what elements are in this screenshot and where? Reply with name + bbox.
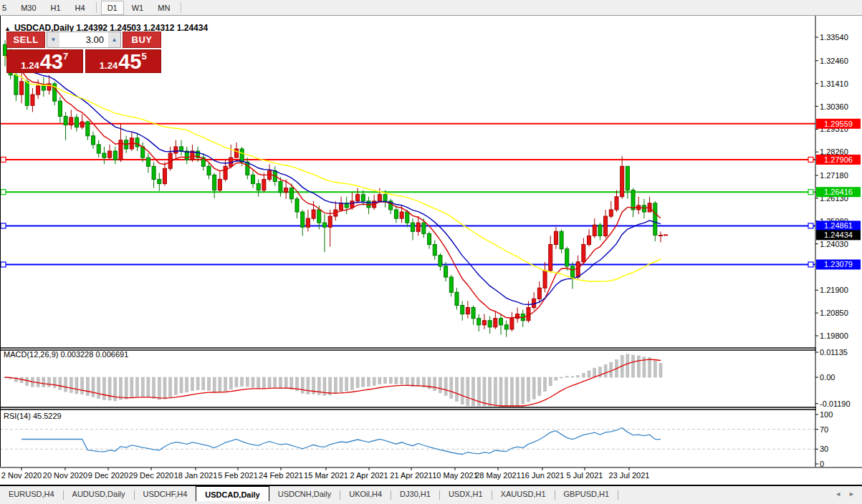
macd-histogram-bar: [384, 377, 387, 383]
candle-body: [477, 319, 481, 325]
price-chart-canvas[interactable]: 1.335401.324601.314101.303601.293101.282…: [0, 16, 862, 484]
candle-body: [252, 175, 255, 183]
level-line-handle-left[interactable]: [1, 223, 6, 228]
tab-xauusd-h1[interactable]: XAUUSD,H1: [492, 487, 555, 500]
timeframe-button-m5[interactable]: 5: [0, 1, 13, 15]
candle-body: [279, 182, 282, 193]
level-line-handle-right[interactable]: [808, 223, 813, 228]
macd-histogram-bar: [130, 377, 133, 397]
level-line-handle-right[interactable]: [808, 190, 813, 195]
tab-dj30-h1[interactable]: DJ30,H1: [391, 487, 439, 500]
rsi-header: RSI(14) 45.5229: [4, 412, 62, 420]
timeframe-toolbar: 5 M30 H1 H4 D1 W1 MN: [0, 0, 862, 16]
macd-histogram-bar: [64, 377, 67, 392]
macd-histogram-bar: [20, 377, 23, 383]
candle-body: [471, 308, 475, 319]
tab-usdcad-daily[interactable]: USDCAD,Daily: [196, 486, 269, 501]
candle-body: [416, 223, 420, 231]
level-line-handle-right[interactable]: [808, 157, 813, 162]
candle-body: [455, 292, 459, 305]
candle-body: [64, 116, 67, 125]
macd-histogram-bar: [53, 377, 56, 388]
macd-histogram-bar: [97, 377, 100, 399]
tab-audusd-daily[interactable]: AUDUSD,Daily: [64, 487, 134, 500]
candle-body: [306, 218, 310, 227]
macd-histogram-bar: [483, 377, 486, 406]
toolbar-separator: [96, 2, 97, 13]
macd-histogram-bar: [92, 377, 95, 397]
macd-histogram-bar: [505, 377, 508, 406]
macd-histogram-bar: [401, 377, 403, 384]
macd-histogram-bar: [356, 377, 359, 388]
candle-body: [466, 308, 469, 314]
volume-increase-button[interactable]: ▲: [108, 32, 120, 47]
macd-histogram-bar: [510, 377, 513, 406]
tab-usdx-h1[interactable]: USDX,H1: [440, 487, 492, 500]
timeframe-button-m30[interactable]: M30: [14, 1, 42, 15]
macd-histogram-bar: [389, 377, 392, 384]
macd-histogram-bar: [461, 377, 464, 404]
tab-ukoil-h4[interactable]: UKOil,H4: [340, 487, 391, 500]
sell-button[interactable]: SELL: [6, 32, 45, 48]
candle-body: [284, 188, 288, 193]
macd-histogram-bar: [257, 377, 260, 389]
chart-area[interactable]: 1.335401.324601.314101.303601.293101.282…: [0, 16, 862, 484]
macd-histogram-bar: [637, 356, 640, 377]
candle-body: [180, 147, 183, 151]
tab-usdcnh-daily[interactable]: USDCNH,Daily: [269, 487, 340, 500]
macd-histogram-bar: [538, 377, 541, 396]
level-line-handle-left[interactable]: [1, 190, 6, 195]
buy-price-tile[interactable]: 1.24455: [85, 49, 162, 73]
macd-histogram-bar: [378, 377, 381, 384]
tab-scroll-left-icon[interactable]: ◄: [835, 490, 841, 498]
candle-body: [444, 266, 448, 277]
candle-body: [70, 117, 73, 125]
chart-background[interactable]: [0, 16, 862, 484]
macd-histogram-bar: [648, 357, 651, 377]
macd-histogram-bar: [450, 377, 453, 398]
macd-histogram-bar: [516, 377, 519, 405]
buy-price-big: 45: [118, 52, 141, 71]
rsi-axis-tick-label: 30: [820, 445, 828, 453]
volume-input[interactable]: 3.00: [59, 32, 108, 47]
macd-histogram-bar: [577, 375, 580, 377]
timeframe-button-h4[interactable]: H4: [69, 1, 92, 15]
sell-price-tile[interactable]: 1.24437: [6, 49, 83, 73]
macd-histogram-bar: [632, 355, 635, 377]
candle-body: [488, 321, 492, 327]
macd-histogram-bar: [141, 377, 144, 397]
macd-histogram-bar: [549, 377, 552, 386]
candle-body: [549, 245, 552, 271]
candle-body: [428, 233, 431, 244]
macd-histogram-bar: [153, 377, 155, 399]
level-line-handle-left[interactable]: [1, 157, 6, 162]
candle-body: [102, 153, 106, 158]
candle-body: [604, 216, 608, 236]
macd-histogram-bar: [582, 373, 585, 377]
candle-body: [135, 138, 139, 147]
tab-usdchf-h4[interactable]: USDCHF,H4: [135, 487, 196, 500]
macd-histogram-bar: [102, 377, 105, 400]
buy-button[interactable]: BUY: [123, 32, 161, 48]
candle-body: [433, 245, 436, 256]
level-line-handle-right[interactable]: [808, 262, 813, 267]
macd-histogram-bar: [544, 377, 547, 392]
timeframe-button-d1[interactable]: D1: [101, 1, 124, 15]
sell-price-prefix: 1.24: [21, 60, 39, 71]
timeframe-button-w1[interactable]: W1: [125, 1, 150, 15]
volume-decrease-button[interactable]: ▼: [47, 32, 59, 47]
macd-histogram-bar: [26, 377, 29, 385]
sell-price-big: 43: [40, 52, 63, 71]
candle-body: [350, 201, 354, 208]
tab-gbpusd-h1[interactable]: GBPUSD,H1: [555, 487, 618, 500]
time-axis-label: 21 Apr 2021: [390, 471, 432, 480]
tab-eurusd-h4[interactable]: EURUSD,H4: [0, 487, 63, 500]
timeframe-button-h1[interactable]: H1: [44, 1, 67, 15]
level-price-label: 1.29559: [824, 120, 853, 128]
candle-body: [400, 212, 403, 218]
level-line-handle-left[interactable]: [1, 262, 6, 267]
tab-scroll-right-icon[interactable]: ►: [848, 490, 855, 498]
macd-histogram-bar: [262, 377, 265, 388]
timeframe-button-mn[interactable]: MN: [151, 1, 176, 15]
macd-histogram-bar: [489, 377, 492, 406]
